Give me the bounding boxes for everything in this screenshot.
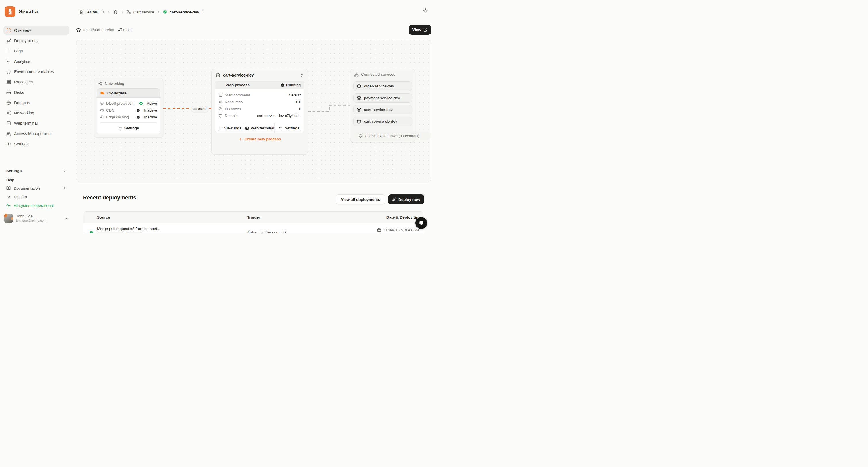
list-icon (6, 49, 11, 53)
web-process-icon (219, 83, 223, 87)
deployment-source[interactable]: Merge pull request #3 from kotapet... (97, 227, 160, 231)
commit-badge (97, 232, 123, 234)
gear-icon (6, 142, 11, 146)
breadcrumb: ACME Cart service cart-service-dev (78, 7, 205, 17)
connected-service-db[interactable]: cart-service-db-dev (353, 117, 412, 126)
globe-icon (6, 100, 11, 105)
sidebar-item-logs[interactable]: Logs (3, 46, 69, 55)
sidebar-item-domains[interactable]: Domains (3, 98, 69, 107)
cdn-row: CDN Inactive (100, 107, 157, 113)
ddos-value: Active (147, 101, 157, 106)
topology-canvas[interactable]: Networking Cloudflare DDoS protection Ac… (76, 40, 431, 182)
process-settings-button[interactable]: Settings (274, 123, 304, 133)
discord-icon (6, 195, 11, 199)
sidebar-item-label: Analytics (14, 59, 30, 64)
breadcrumb-org[interactable]: ACME (87, 10, 98, 14)
book-icon (6, 186, 11, 191)
inactive-status-icon (136, 108, 140, 112)
column-trigger: Trigger (247, 215, 260, 220)
sidebar-item-label: Access Management (14, 131, 52, 136)
chevrons-up-down-icon[interactable] (300, 73, 304, 77)
sidebar-item-overview[interactable]: Overview (3, 26, 69, 35)
repo-row: acme/cart-service main (76, 26, 132, 33)
connected-service-payment[interactable]: payment-service-dev (353, 93, 412, 103)
view-all-deployments-button[interactable]: View all deployments (336, 195, 385, 204)
support-chat-button[interactable] (415, 217, 427, 229)
breadcrumb-env[interactable]: cart-service-dev (169, 10, 199, 14)
process-status: Running (280, 83, 301, 87)
deployments-table: Source Trigger Date & Deploy time Merge … (83, 211, 424, 234)
service-node-header[interactable]: cart-service-dev (212, 69, 308, 80)
sidebar-item-analytics[interactable]: Analytics (3, 57, 69, 66)
ellipsis-icon[interactable] (64, 216, 69, 221)
connected-service-user[interactable]: user-service-dev (353, 105, 412, 114)
user-name: John Doe (16, 214, 46, 219)
service-node[interactable]: cart-service-dev Web process Running Sta… (211, 69, 308, 155)
view-logs-button[interactable]: View logs (215, 123, 245, 133)
footer-settings[interactable]: Settings (3, 166, 69, 175)
connected-service-order[interactable]: order-service-dev (353, 81, 412, 91)
cloudflare-header[interactable]: Cloudflare (97, 89, 160, 98)
domain-value[interactable]: cart-service-dev-c7ly4.ki... (257, 113, 301, 118)
help-heading: Help (3, 178, 69, 182)
edge-caching-label: Edge caching (106, 115, 129, 119)
sidebar-item-deployments[interactable]: Deployments (3, 36, 69, 45)
sidebar-item-label: Logs (14, 49, 23, 53)
sidebar-item-web-terminal[interactable]: Web terminal (3, 119, 69, 128)
web-terminal-button[interactable]: Web terminal (245, 123, 274, 133)
branch-name: main (123, 28, 132, 32)
cloudflare-title: Cloudflare (107, 91, 127, 95)
deployments-heading: Recent deployments (83, 195, 136, 201)
sidebar-item-label: Deployments (14, 38, 38, 43)
sidebar-item-disks[interactable]: Disks (3, 88, 69, 97)
list-icon (218, 126, 222, 130)
system-status[interactable]: All systems operational (3, 201, 69, 210)
terminal-icon (6, 121, 11, 126)
building-icon (80, 10, 83, 14)
create-process-button[interactable]: Create new process (212, 137, 308, 141)
repo-name[interactable]: acme/cart-service (83, 28, 114, 32)
org-chip[interactable] (78, 9, 84, 15)
chevrons-up-down-icon[interactable] (101, 10, 104, 14)
sidebar-item-environment-variables[interactable]: Environment variables (3, 67, 69, 76)
network-icon (98, 81, 102, 86)
sidebar-item-label: Domains (14, 100, 30, 105)
theme-toggle-button[interactable] (423, 8, 428, 13)
sidebar-item-networking[interactable]: Networking (3, 108, 69, 117)
view-logs-label: View logs (224, 126, 241, 130)
cdn-value: Inactive (144, 108, 157, 112)
footer-documentation[interactable]: Documentation (3, 184, 69, 193)
sidebar-item-access-management[interactable]: Access Management (3, 129, 69, 138)
chevron-right-icon (63, 169, 67, 173)
footer-documentation-label: Documentation (14, 186, 40, 191)
layers-icon[interactable] (113, 10, 118, 14)
user-account[interactable]: John Doe johndoe@acme.com (3, 214, 69, 223)
sidebar-item-label: Disks (14, 90, 24, 95)
braces-icon (6, 69, 11, 74)
copies-icon (219, 107, 222, 111)
activity-icon (6, 203, 11, 208)
networking-settings-button[interactable]: Settings (100, 125, 157, 131)
deploy-now-button[interactable]: Deploy now (388, 195, 424, 204)
view-button[interactable]: View (409, 25, 431, 35)
sidebar-item-label: Networking (14, 111, 34, 115)
cloudflare-body: DDoS protection Active CDN Inactive Edge… (97, 98, 160, 134)
sidebar-item-settings[interactable]: Settings (3, 139, 69, 148)
rocket-icon (6, 38, 11, 43)
server-icon (6, 80, 11, 84)
web-process-header[interactable]: Web process Running (215, 81, 304, 90)
deployment-date-value: 11/04/2025, 8:41 AM (383, 228, 419, 232)
sidebar-item-processes[interactable]: Processes (3, 77, 69, 86)
map-pin-icon (359, 134, 363, 138)
sevalla-logo-icon (5, 6, 16, 17)
footer-discord[interactable]: Discord (3, 193, 69, 201)
layers-icon (357, 84, 361, 88)
deployment-badges (97, 232, 143, 234)
shield-check-icon (100, 102, 104, 105)
networking-node[interactable]: Networking Cloudflare DDoS protection Ac… (94, 78, 163, 138)
sidebar-menu: Overview Deployments Logs Analytics Envi… (3, 26, 69, 148)
sliders-icon (279, 126, 283, 130)
connected-services-node[interactable]: Connected services order-service-dev pay… (350, 69, 415, 142)
chevrons-up-down-icon[interactable] (202, 10, 205, 14)
breadcrumb-project[interactable]: Cart service (133, 10, 154, 14)
